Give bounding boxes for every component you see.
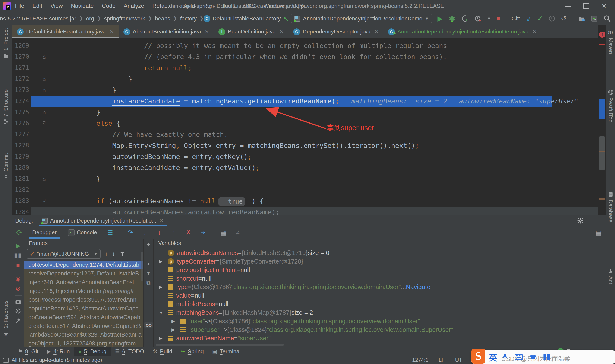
- variable-row[interactable]: ▼matchingBeans = {LinkedHashMap@1787} si…: [154, 308, 606, 317]
- caret-position[interactable]: 1274:1: [412, 357, 428, 363]
- step-out-icon[interactable]: ↑: [170, 229, 178, 236]
- restore-icon[interactable]: [583, 3, 589, 9]
- run-config-select[interactable]: AnnotationDependencyInjectionResolutionD…: [291, 14, 432, 23]
- menu-edit[interactable]: Edit: [32, 3, 42, 9]
- debug-bug-button[interactable]: [448, 15, 456, 22]
- duplicate-icon[interactable]: ⧉: [147, 280, 150, 286]
- thread-selector[interactable]: ✓ "main"@...RUNNING ▼: [27, 249, 101, 259]
- tab-debugger[interactable]: Debugger: [29, 226, 60, 239]
- editor[interactable]: 1269 // possibly it was meant to be an e…: [12, 39, 598, 215]
- sidebar-item-database[interactable]: Database: [606, 192, 615, 222]
- fold-marker-icon[interactable]: ⌂: [41, 73, 47, 84]
- remove-watch-icon[interactable]: −: [147, 251, 150, 257]
- close-icon[interactable]: ✕: [533, 29, 537, 35]
- expand-icon[interactable]: ▶: [172, 319, 180, 324]
- editor-tab[interactable]: CDefaultListableBeanFactory.java✕: [12, 25, 119, 38]
- trace-icon[interactable]: ≠: [233, 229, 242, 236]
- frame-row[interactable]: postProcessProperties:399, AutowiredAnn: [24, 296, 144, 304]
- tool-window-button-todo[interactable]: ☰6: TODO: [111, 347, 149, 356]
- expand-icon[interactable]: ▼: [159, 310, 168, 315]
- breadcrumb-class[interactable]: C DefaultListableBeanFactory: [203, 15, 281, 22]
- menu-navigate[interactable]: Navigate: [71, 3, 94, 9]
- sogou-ime-bar[interactable]: S CSDN @只因为你而温柔 英: [471, 350, 615, 364]
- debug-session-tab[interactable]: AnnotationDependencyInjectionResolutio..…: [39, 215, 167, 226]
- line-separator[interactable]: LF: [439, 357, 445, 363]
- editor-tab[interactable]: CDependencyDescriptor.java✕: [289, 25, 383, 38]
- sidebar-item-favorites[interactable]: 2: Favorites ★: [0, 300, 12, 338]
- navigate-link[interactable]: Navigate: [406, 284, 430, 291]
- tool-window-button-git[interactable]: ⚑9: Git: [14, 347, 43, 356]
- sidebar-item-ant[interactable]: Ant: [606, 268, 615, 284]
- editor-tab[interactable]: CAbstractBeanDefinition.java✕: [119, 25, 214, 38]
- fold-marker-icon[interactable]: ⌂: [41, 51, 47, 62]
- frame-row[interactable]: createBean:517, AbstractAutowireCapableB: [24, 322, 144, 330]
- threads-view-icon[interactable]: ☰: [106, 229, 115, 236]
- variable-row[interactable]: value = null: [154, 291, 606, 300]
- git-commit-button[interactable]: ✓: [537, 15, 543, 22]
- error-badge[interactable]: !: [599, 32, 605, 38]
- menu-view[interactable]: View: [50, 3, 63, 9]
- close-icon[interactable]: ✕: [205, 29, 209, 35]
- move-down-icon[interactable]: ▼: [147, 271, 151, 276]
- show-watches-icon[interactable]: oo: [144, 322, 153, 328]
- move-up-icon[interactable]: ▲: [147, 261, 151, 267]
- scrollbar-thumb[interactable]: [599, 136, 604, 170]
- line-number[interactable]: 1284: [15, 207, 33, 215]
- line-number[interactable]: 1282: [15, 184, 33, 195]
- frame-row[interactable]: getObject:-1, 1827725498 (org.springfram: [24, 339, 144, 347]
- ime-language-toggle[interactable]: 英: [489, 351, 497, 363]
- step-over-icon[interactable]: ↷: [126, 229, 135, 236]
- history-clock-icon[interactable]: [548, 15, 555, 22]
- editor-scrollbar[interactable]: !: [598, 25, 606, 215]
- variable-row[interactable]: pautowiredBeanNames = {LinkedHashSet@171…: [154, 248, 606, 257]
- breadcrumb-item[interactable]: factory: [180, 15, 197, 22]
- run-button[interactable]: ▶: [438, 15, 443, 22]
- run-to-cursor-icon[interactable]: ⇥: [199, 229, 208, 236]
- variable-row[interactable]: shortcut = null: [154, 274, 606, 283]
- git-update-button[interactable]: ↙: [526, 15, 532, 22]
- frame-row[interactable]: doCreateBean:594, AbstractAutowireCapab: [24, 313, 144, 322]
- fold-marker-icon[interactable]: ⌂: [41, 84, 47, 96]
- frame-row[interactable]: inject:640, AutowiredAnnotationBeanPost: [24, 278, 144, 287]
- tool-window-button-spring[interactable]: ❧Spring: [177, 347, 208, 356]
- variable-row[interactable]: ▶ptypeConverter = {SimpleTypeConverter@1…: [154, 257, 606, 266]
- frame-row[interactable]: lambda$doGetBean$0:323, AbstractBeanFa: [24, 330, 144, 339]
- line-number[interactable]: 1277: [15, 129, 33, 140]
- view-breakpoints-icon[interactable]: ◉: [15, 276, 21, 282]
- keyboard-icon[interactable]: [515, 354, 523, 360]
- next-frame-icon[interactable]: ↓: [112, 250, 115, 257]
- expand-icon[interactable]: ▶: [159, 259, 168, 264]
- layout-settings-icon[interactable]: ▤: [594, 229, 603, 236]
- stop-button[interactable]: ■: [496, 15, 500, 22]
- project-files-icon[interactable]: [578, 15, 585, 22]
- skin-icon[interactable]: [529, 354, 537, 360]
- line-number[interactable]: 1283: [15, 195, 33, 207]
- prev-frame-icon[interactable]: ↑: [105, 250, 108, 257]
- profiler-button[interactable]: [474, 15, 481, 22]
- variable-row[interactable]: ▶autowiredBeanName = "superUser": [154, 334, 606, 342]
- frame-row[interactable]: inject:116, InjectionMetadata (org.sprin…: [24, 287, 144, 296]
- line-number[interactable]: 1270: [15, 51, 33, 62]
- editor-tab[interactable]: IBeanDefinition.java✕: [214, 25, 289, 38]
- breadcrumb-item[interactable]: ns-5.2.2.RELEASE-sources.jar: [0, 15, 76, 22]
- resume-icon[interactable]: ▶: [16, 243, 21, 249]
- frame-row[interactable]: populateBean:1422, AbstractAutowireCapa: [24, 304, 144, 313]
- step-into-icon[interactable]: ↓: [141, 229, 149, 236]
- evaluate-expression-icon[interactable]: ▦: [219, 229, 228, 236]
- coverage-button[interactable]: [461, 15, 469, 22]
- sidebar-item-commit[interactable]: Commit: [0, 153, 12, 179]
- line-number[interactable]: 1273: [15, 84, 33, 96]
- menu-file[interactable]: File: [15, 3, 24, 9]
- line-number[interactable]: 1275: [15, 107, 33, 118]
- force-step-into-icon[interactable]: ↓: [155, 229, 164, 236]
- pause-icon[interactable]: ▮▮: [14, 252, 22, 259]
- stop-icon[interactable]: ■: [16, 262, 20, 269]
- profiler-chevron-icon[interactable]: ▼: [487, 16, 491, 21]
- filter-icon[interactable]: [119, 251, 125, 257]
- close-icon[interactable]: ✕: [109, 29, 114, 35]
- tool-window-button-debug[interactable]: ●5: Debug: [74, 347, 111, 356]
- frame-row[interactable]: resolveDependency:1207, DefaultListableB: [24, 269, 144, 278]
- hide-panel-icon[interactable]: —: [593, 217, 600, 224]
- line-number[interactable]: 1274: [15, 96, 33, 107]
- menu-analyze[interactable]: Analyze: [124, 3, 144, 9]
